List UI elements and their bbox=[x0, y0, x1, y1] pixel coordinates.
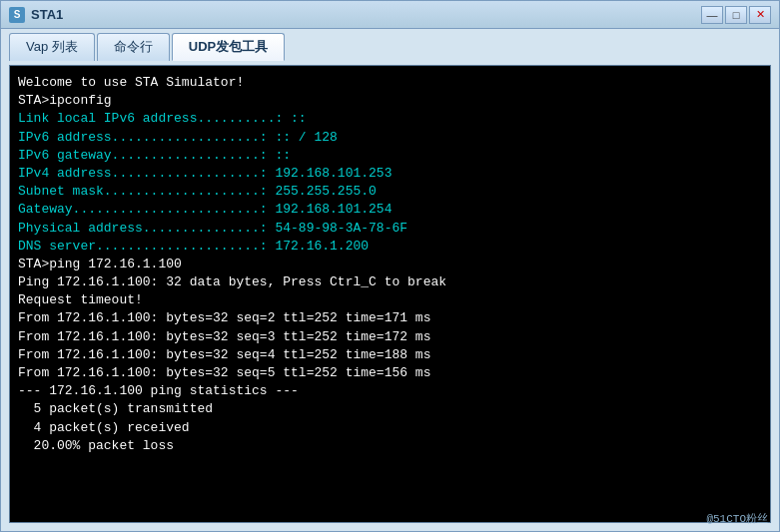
window-title: STA1 bbox=[31, 7, 701, 22]
watermark: @51CTO粉丝 bbox=[706, 511, 768, 526]
tab-bar: Vap 列表 命令行 UDP发包工具 bbox=[1, 29, 779, 61]
close-button[interactable]: ✕ bbox=[749, 6, 771, 24]
terminal-output[interactable]: Welcome to use STA Simulator!STA>ipconfi… bbox=[9, 65, 771, 523]
tab-cmd[interactable]: 命令行 bbox=[97, 33, 170, 61]
tab-udp[interactable]: UDP发包工具 bbox=[172, 33, 285, 61]
window-controls: — □ ✕ bbox=[701, 6, 771, 24]
content-area: Welcome to use STA Simulator!STA>ipconfi… bbox=[1, 61, 779, 531]
maximize-button[interactable]: □ bbox=[725, 6, 747, 24]
tab-vap[interactable]: Vap 列表 bbox=[9, 33, 95, 61]
minimize-button[interactable]: — bbox=[701, 6, 723, 24]
title-bar: S STA1 — □ ✕ bbox=[1, 1, 779, 29]
main-window: S STA1 — □ ✕ Vap 列表 命令行 UDP发包工具 Welcome … bbox=[0, 0, 780, 532]
window-icon: S bbox=[9, 7, 25, 23]
